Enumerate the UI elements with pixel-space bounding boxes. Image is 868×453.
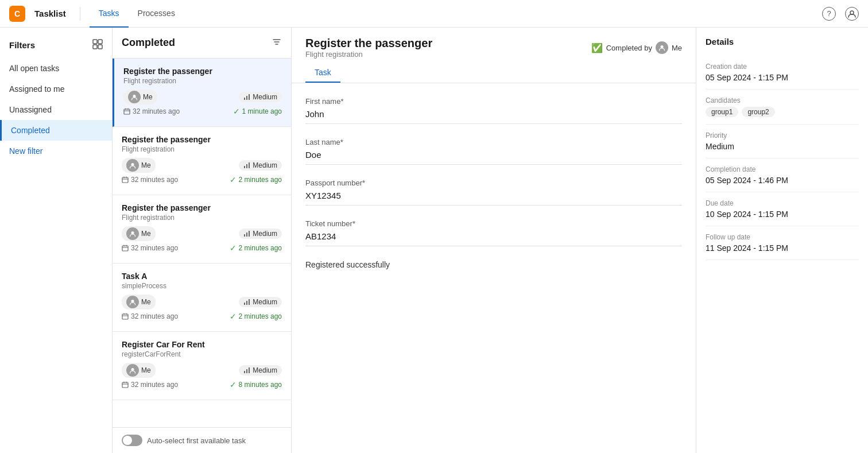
task-card-sub: registerCarForRent [122,350,282,358]
task-card-title: Register Car For Rent [122,340,282,349]
detail-row-creation: Creation date 05 Sep 2024 - 1:15 PM [706,56,859,90]
nav-right: ? [822,7,859,21]
sidebar-item-completed[interactable]: Completed [0,120,112,141]
candidate-chip-group1: group1 [706,107,738,117]
followup-date-label: Follow up date [706,233,859,241]
avatar [126,296,139,308]
task-card-sub: Flight registration [122,145,282,153]
task-list-body: Register the passenger Flight registrati… [113,59,291,427]
tab-tasks[interactable]: Tasks [90,0,129,28]
task-completed-time: ✓ 2 minutes ago [230,175,282,184]
task-card-sub: Flight registration [122,214,282,222]
completed-by-avatar [656,41,668,54]
svg-rect-14 [122,177,128,183]
svg-point-25 [131,368,134,371]
candidate-chip-group2: group2 [742,107,774,117]
task-completed-time: ✓ 2 minutes ago [230,312,282,321]
task-list-title: Completed [122,37,175,49]
details-panel-title: Details [706,37,859,47]
sort-icon[interactable] [272,37,282,49]
avatar [126,227,139,240]
sidebar: Filters All open tasks Assigned to me Un… [0,28,113,453]
svg-rect-24 [122,314,128,319]
task-list-header: Completed [113,28,291,59]
sidebar-title: Filters [9,40,35,50]
svg-rect-23 [249,299,250,305]
detail-row-priority: Priority Medium [706,125,859,158]
sidebar-item-new-filter[interactable]: New filter [0,141,112,161]
user-icon[interactable] [845,7,859,21]
svg-rect-16 [244,234,245,237]
priority-chip: Medium [239,297,282,307]
avatar [126,159,139,172]
svg-rect-9 [124,109,130,114]
svg-rect-27 [246,369,247,373]
last-name-value: Doe [305,150,682,165]
help-icon[interactable]: ? [822,7,836,21]
task-card-3[interactable]: Register the passenger Flight registrati… [113,195,291,264]
task-created-time: 32 minutes ago [123,107,180,115]
svg-rect-11 [244,166,245,168]
task-list-footer: Auto-select first available task [113,427,291,453]
task-card-1[interactable]: Register the passenger Flight registrati… [113,59,291,127]
auto-select-toggle[interactable] [122,435,142,446]
svg-rect-19 [122,246,128,251]
task-card-4[interactable]: Task A simpleProcess Me Medium [113,264,291,332]
svg-rect-7 [246,96,247,100]
priority-chip: Medium [239,160,282,171]
svg-rect-17 [246,233,247,237]
svg-rect-4 [98,45,102,49]
detail-row-candidates: Candidates group1 group2 [706,90,859,125]
passport-field: Passport number* XY12345 [305,179,682,206]
task-created-time: 32 minutes ago [122,244,178,252]
last-name-label: Last name* [305,138,682,146]
task-card-5[interactable]: Register Car For Rent registerCarForRent… [113,332,291,400]
ticket-field: Ticket number* AB1234 [305,219,682,246]
svg-rect-13 [249,162,250,168]
task-detail-title: Register the passenger [305,37,432,50]
svg-rect-28 [249,367,250,373]
task-card-sub: Flight registration [123,77,282,85]
ticket-label: Ticket number* [305,219,682,228]
priority-chip: Medium [239,92,282,102]
svg-point-0 [850,11,854,14]
due-date-value: 10 Sep 2024 - 1:15 PM [706,210,859,219]
task-created-time: 32 minutes ago [122,176,178,184]
task-card-title: Register the passenger [122,203,282,212]
svg-point-15 [131,231,134,234]
task-detail-title-group: Register the passenger Flight registrati… [305,37,432,59]
task-card-title: Register the passenger [123,67,282,76]
candidates-label: Candidates [706,96,859,104]
tab-task[interactable]: Task [305,63,340,83]
passport-label: Passport number* [305,179,682,187]
ticket-value: AB1234 [305,231,682,246]
followup-date-value: 11 Sep 2024 - 1:15 PM [706,243,859,253]
sidebar-item-unassigned[interactable]: Unassigned [0,99,112,120]
tab-processes[interactable]: Processes [129,0,184,28]
svg-rect-29 [122,382,128,388]
task-card-title: Register the passenger [122,135,282,144]
toggle-label: Auto-select first available task [147,436,246,445]
svg-rect-3 [93,45,97,49]
task-completed-time: ✓ 8 minutes ago [230,380,282,389]
task-list-panel: Completed Register the passenger Flight … [113,28,292,453]
svg-rect-21 [244,303,245,305]
svg-point-10 [131,163,134,166]
top-nav: C Tasklist Tasks Processes ? [0,0,868,28]
completion-date-value: 05 Sep 2024 - 1:46 PM [706,176,859,185]
detail-row-due: Due date 10 Sep 2024 - 1:15 PM [706,192,859,226]
svg-point-5 [133,95,136,98]
task-detail-header: Register the passenger Flight registrati… [292,28,696,83]
details-panel: Details Creation date 05 Sep 2024 - 1:15… [696,28,868,453]
svg-rect-12 [246,164,247,168]
task-detail-body: First name* John Last name* Doe Passport… [292,83,696,453]
task-completed-time: ✓ 1 minute ago [233,107,282,116]
detail-row-followup: Follow up date 11 Sep 2024 - 1:15 PM [706,226,859,260]
sidebar-layout-icon[interactable] [92,39,103,51]
main-layout: Filters All open tasks Assigned to me Un… [0,28,868,453]
task-card-2[interactable]: Register the passenger Flight registrati… [113,127,291,195]
sidebar-item-assigned[interactable]: Assigned to me [0,79,112,99]
status-text: Registered successfully [305,260,682,269]
sidebar-item-all-open[interactable]: All open tasks [0,58,112,79]
priority-label: Priority [706,131,859,140]
